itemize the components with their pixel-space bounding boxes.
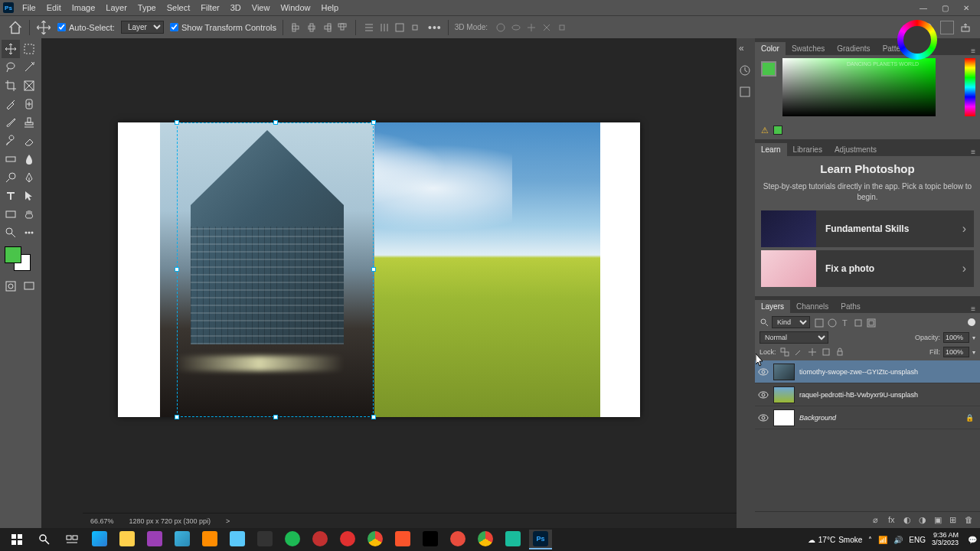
window-maximize-button[interactable]: ▢ [934,0,956,15]
start-button[interactable] [3,528,31,551]
hue-slider[interactable] [965,58,975,116]
tab-adjustments[interactable]: Adjustments [828,143,883,156]
taskbar-volume-icon[interactable]: 🔊 [893,536,903,544]
taskbar-app-video[interactable] [253,530,276,549]
transform-handle-bc[interactable] [273,415,278,419]
taskbar-app-chrome2[interactable] [474,530,497,549]
lock-position-icon[interactable] [807,347,818,357]
taskbar-app-tiktok[interactable] [419,530,442,549]
layer-name[interactable]: raquel-pedrotti-hB-Vwbyxr9U-unsplash [799,391,977,399]
layer-thumbnail[interactable] [773,386,795,403]
link-layers-icon[interactable]: ⌀ [873,515,884,526]
tab-swatches[interactable]: Swatches [786,42,831,55]
color-preview-swatch[interactable] [761,61,776,77]
tab-channels[interactable]: Channels [790,300,835,313]
align-right-icon[interactable] [320,21,334,34]
window-minimize-button[interactable]: — [913,0,934,15]
new-layer-icon[interactable]: ⊞ [949,515,960,526]
filter-smart-icon[interactable] [865,317,876,328]
taskbar-app-photoshop[interactable]: Ps [529,530,552,549]
auto-select-checkbox[interactable]: Auto-Select: [57,23,115,32]
move-tool[interactable] [2,40,20,58]
taskbar-app-vlc[interactable] [198,530,221,549]
show-transform-checkbox[interactable]: Show Transform Controls [170,23,276,32]
hand-tool[interactable] [20,205,38,223]
fill-input[interactable] [943,347,969,357]
brush-tool[interactable] [2,113,20,132]
distribute-top-icon[interactable] [362,21,376,34]
3d-roll-icon[interactable] [509,21,523,34]
task-view-icon[interactable] [58,528,86,551]
distribute-bottom-icon[interactable] [393,21,407,34]
align-left-icon[interactable] [289,21,303,34]
menu-layer[interactable]: Layer [100,3,132,12]
tab-libraries[interactable]: Libraries [787,143,828,156]
transform-handle-tc[interactable] [273,120,278,125]
lock-icon[interactable]: 🔒 [965,414,977,422]
taskbar-app-photos[interactable] [171,530,194,549]
color-field[interactable] [782,58,936,116]
zoom-tool[interactable] [2,223,20,242]
menu-type[interactable]: Type [132,3,162,12]
menu-3d[interactable]: 3D [225,3,247,12]
foreground-color-swatch[interactable] [5,246,21,263]
taskbar-notifications-icon[interactable]: 💬 [968,536,977,544]
align-top-icon[interactable] [335,21,349,34]
tab-learn[interactable]: Learn [755,143,787,156]
transform-handle-ml[interactable] [175,267,179,272]
pen-tool[interactable] [20,168,38,187]
menu-view[interactable]: View [247,3,276,12]
lock-artboard-icon[interactable] [821,347,831,357]
distribute-center-v-icon[interactable] [377,21,391,34]
layer-thumbnail[interactable] [773,364,795,380]
filter-shape-icon[interactable] [852,317,863,328]
status-arrow-icon[interactable]: > [226,517,230,525]
tab-gradients[interactable]: Gradients [831,42,876,55]
color-swatches[interactable] [2,246,40,277]
layer-image-building[interactable] [160,122,374,417]
opacity-input[interactable] [943,332,969,343]
crop-tool[interactable] [2,77,20,95]
quick-mask-icon[interactable] [2,277,20,295]
canvas-area[interactable]: 66.67% 1280 px x 720 px (300 ppi) > [41,38,737,528]
menu-filter[interactable]: Filter [195,3,224,12]
lock-transparency-icon[interactable] [779,347,790,357]
layer-name[interactable]: Background [799,414,961,422]
opacity-dropdown-icon[interactable]: ▾ [972,334,975,341]
history-dock-icon[interactable] [739,64,753,78]
dodge-tool[interactable] [2,168,20,187]
wand-tool[interactable] [20,58,38,77]
adjustment-layer-icon[interactable]: ◑ [919,515,929,526]
marquee-tool[interactable] [20,40,38,58]
transform-handle-br[interactable] [371,415,376,419]
taskbar-app-red2[interactable] [336,530,359,549]
taskbar-weather[interactable]: ☁ 17°C Smoke [808,536,862,544]
expand-dock-icon[interactable]: « [739,43,753,57]
stamp-tool[interactable] [20,113,38,132]
properties-dock-icon[interactable] [739,86,753,99]
taskbar-wifi-icon[interactable]: 📶 [878,536,887,544]
taskbar-app-edge[interactable] [88,530,111,549]
eraser-tool[interactable] [20,132,38,150]
zoom-level[interactable]: 66.67% [90,517,114,525]
taskbar-app-explorer[interactable] [116,530,139,549]
type-tool[interactable] [2,187,20,205]
taskbar-tray-chevron-icon[interactable]: ˄ [868,536,872,544]
eyedropper-tool[interactable] [2,95,20,113]
taskbar-clock[interactable]: 9:36 AM 3/3/2023 [932,532,962,547]
layer-mask-icon[interactable]: ◐ [903,515,914,526]
taskbar-app-notepad[interactable] [226,530,249,549]
healing-tool[interactable] [20,95,38,113]
filter-type-icon[interactable]: T [839,317,850,328]
document-dimensions[interactable]: 1280 px x 720 px (300 ppi) [129,517,211,525]
menu-window[interactable]: Window [275,3,315,12]
share-icon[interactable] [959,21,972,34]
gamut-warning-icon[interactable]: ⚠ [761,126,770,135]
layer-group-icon[interactable]: ▣ [934,515,945,526]
taskbar-app-red1[interactable] [309,530,332,549]
fill-dropdown-icon[interactable]: ▾ [972,349,975,356]
layer-visibility-icon[interactable] [758,412,769,423]
layers-panel-menu-icon[interactable]: ≡ [966,305,980,313]
taskbar-app-purple[interactable] [143,530,166,549]
taskbar-language[interactable]: ENG [909,536,926,544]
